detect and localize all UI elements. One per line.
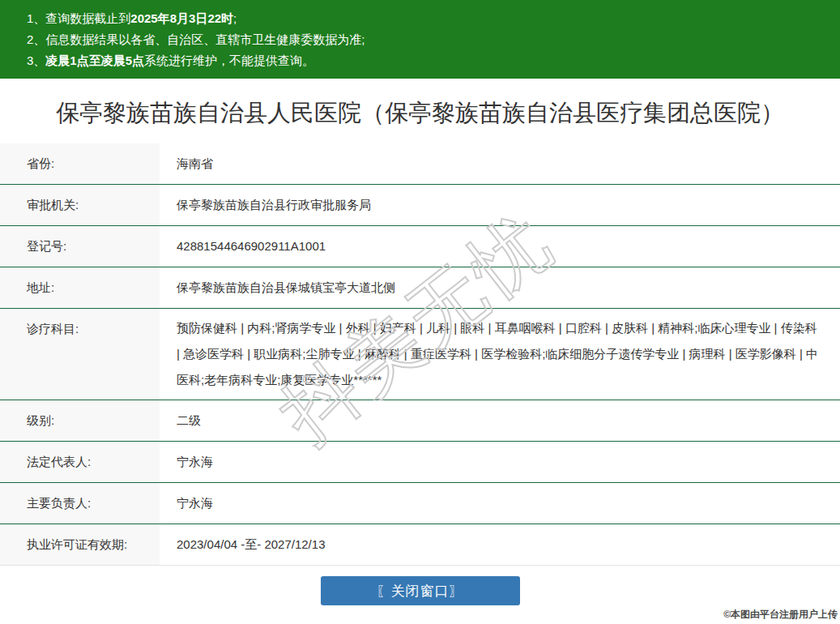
query-result-page: 1、查询数据截止到2025年8月3日22时; 2、信息数据结果以各省、自治区、直… bbox=[0, 0, 840, 624]
page-title: 保亭黎族苗族自治县人民医院（保亭黎族苗族自治县医疗集团总医院） bbox=[0, 79, 840, 143]
table-row-license-validity: 执业许可证有效期: 2023/04/04 -至- 2027/12/13 bbox=[0, 524, 840, 566]
row-value: 宁永海 bbox=[160, 442, 840, 482]
button-row: 〖关闭窗口〗 bbox=[0, 576, 840, 605]
notice-text: 2、信息数据结果以各省、自治区、直辖市卫生健康委数据为准; bbox=[27, 32, 365, 46]
row-label: 诊疗科目: bbox=[0, 309, 160, 400]
row-label: 执业许可证有效期: bbox=[0, 524, 160, 565]
table-row-registration-number: 登记号: 42881544646902911A1001 bbox=[0, 226, 840, 267]
row-label: 法定代表人: bbox=[0, 442, 160, 482]
row-value: 二级 bbox=[160, 400, 840, 441]
notice-bold-text: 2025年8月3日22时 bbox=[130, 11, 233, 25]
row-value: 预防保健科 | 内科;肾病学专业 | 外科 | 妇产科 | 儿科 | 眼科 | … bbox=[160, 309, 840, 400]
table-row-main-responsible-person: 主要负责人: 宁永海 bbox=[0, 483, 840, 524]
row-value: 保亭黎族苗族自治县保城镇宝亭大道北侧 bbox=[160, 267, 840, 308]
row-label: 省份: bbox=[0, 143, 160, 184]
row-value: 宁永海 bbox=[160, 483, 840, 524]
hospital-info-table: 省份: 海南省 审批机关: 保亭黎族苗族自治县行政审批服务局 登记号: 4288… bbox=[0, 143, 840, 566]
notice-text: 3、 bbox=[27, 53, 45, 67]
notice-item-1: 1、查询数据截止到2025年8月3日22时; bbox=[27, 8, 824, 29]
table-row-medical-subjects: 诊疗科目: 预防保健科 | 内科;肾病学专业 | 外科 | 妇产科 | 儿科 |… bbox=[0, 309, 840, 400]
row-label: 级别: bbox=[0, 400, 160, 441]
table-row-province: 省份: 海南省 bbox=[0, 143, 840, 185]
row-label: 地址: bbox=[0, 267, 160, 308]
row-value: 保亭黎族苗族自治县行政审批服务局 bbox=[160, 185, 840, 225]
table-row-level: 级别: 二级 bbox=[0, 400, 840, 442]
notice-bold-text: 凌晨1点至凌晨5点 bbox=[45, 53, 144, 67]
row-value: 海南省 bbox=[160, 143, 840, 184]
row-label: 登记号: bbox=[0, 226, 160, 267]
notice-item-2: 2、信息数据结果以各省、自治区、直辖市卫生健康委数据为准; bbox=[27, 29, 824, 50]
notice-banner: 1、查询数据截止到2025年8月3日22时; 2、信息数据结果以各省、自治区、直… bbox=[0, 0, 840, 79]
row-value: 42881544646902911A1001 bbox=[160, 226, 840, 267]
notice-text: 1、查询数据截止到 bbox=[27, 11, 130, 25]
table-row-approval-authority: 审批机关: 保亭黎族苗族自治县行政审批服务局 bbox=[0, 185, 840, 226]
table-row-address: 地址: 保亭黎族苗族自治县保城镇宝亭大道北侧 bbox=[0, 267, 840, 309]
copyright-watermark: ©本图由平台注册用户上传 bbox=[723, 608, 838, 622]
row-label: 审批机关: bbox=[0, 185, 160, 225]
close-window-button[interactable]: 〖关闭窗口〗 bbox=[321, 576, 520, 605]
notice-text: ; bbox=[233, 11, 237, 25]
table-row-legal-representative: 法定代表人: 宁永海 bbox=[0, 442, 840, 483]
notice-text: 系统进行维护，不能提供查询。 bbox=[144, 53, 314, 67]
row-label: 主要负责人: bbox=[0, 483, 160, 524]
row-value: 2023/04/04 -至- 2027/12/13 bbox=[160, 524, 840, 565]
notice-item-3: 3、凌晨1点至凌晨5点系统进行维护，不能提供查询。 bbox=[27, 50, 824, 71]
